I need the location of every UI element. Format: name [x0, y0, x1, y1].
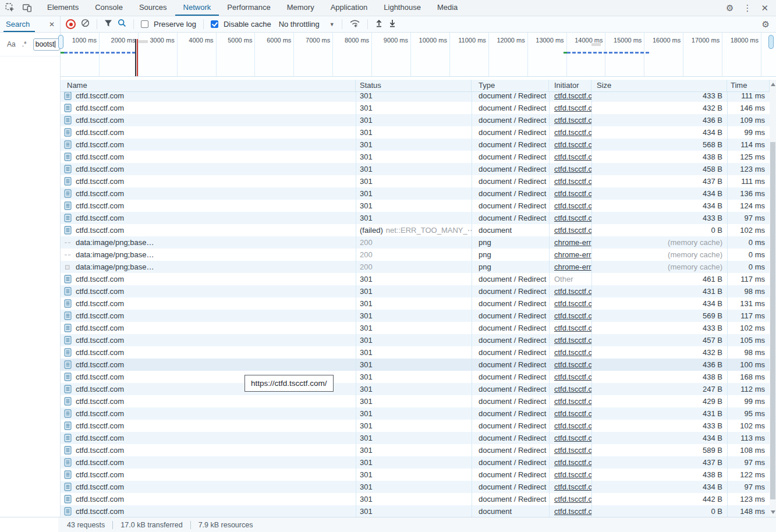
tab-lighthouse[interactable]: Lighthouse: [375, 0, 429, 16]
initiator-link[interactable]: ctfd.tscctf.c: [554, 348, 591, 357]
request-row[interactable]: ctfd.tscctf.com301document / Redirectctf…: [61, 310, 770, 322]
tab-performance[interactable]: Performance: [219, 0, 278, 16]
initiator-link[interactable]: ctfd.tscctf.c: [554, 373, 591, 381]
search-magnifier-icon[interactable]: [118, 19, 126, 30]
overview-right-handle[interactable]: [768, 35, 774, 49]
initiator-link[interactable]: ctfd.tscctf.c: [554, 311, 591, 320]
column-header-size[interactable]: Size: [591, 80, 727, 91]
preserve-log-label[interactable]: Preserve log: [154, 20, 196, 29]
request-row[interactable]: ctfd.tscctf.com(failed)net::ERR_TOO_MANY…: [61, 224, 770, 236]
close-devtools-icon[interactable]: ✕: [761, 3, 768, 12]
preserve-log-checkbox[interactable]: [141, 20, 148, 28]
initiator-link[interactable]: ctfd.tscctf.c: [554, 409, 591, 418]
request-row[interactable]: ctfd.tscctf.com301document / Redirectctf…: [61, 175, 770, 187]
initiator-link[interactable]: ctfd.tscctf.c: [554, 483, 591, 491]
request-row[interactable]: ctfd.tscctf.com301document / Redirectctf…: [61, 322, 770, 334]
column-header-time[interactable]: Time: [727, 80, 770, 91]
inspect-cursor-icon[interactable]: [5, 3, 15, 13]
tab-memory[interactable]: Memory: [279, 0, 323, 16]
initiator-link[interactable]: ctfd.tscctf.c: [554, 421, 591, 430]
request-row[interactable]: ctfd.tscctf.com301document / Redirectctf…: [61, 212, 770, 224]
initiator-link[interactable]: ctfd.tscctf.c: [554, 140, 591, 149]
initiator-link[interactable]: ctfd.tscctf.c: [554, 324, 591, 332]
request-row[interactable]: ctfd.tscctf.com301document / Redirectctf…: [61, 334, 770, 346]
initiator-link[interactable]: ctfd.tscctf.c: [554, 128, 591, 137]
initiator-link[interactable]: ctfd.tscctf.c: [554, 177, 591, 186]
initiator-link[interactable]: ctfd.tscctf.c: [554, 458, 591, 467]
initiator-link[interactable]: ctfd.tscctf.c: [554, 287, 591, 296]
match-case-toggle[interactable]: Aa: [7, 40, 16, 48]
initiator-link[interactable]: ctfd.tscctf.c: [554, 470, 591, 479]
initiator-link[interactable]: chrome-err: [554, 238, 591, 247]
settings-gear-icon[interactable]: ⚙: [726, 3, 734, 12]
request-row[interactable]: ctfd.tscctf.com301document / Redirectctf…: [61, 493, 770, 505]
request-row[interactable]: ctfd.tscctf.com301documentctfd.tscctf.c0…: [61, 505, 770, 517]
kebab-menu-icon[interactable]: ⋮: [743, 3, 752, 12]
request-row[interactable]: ctfd.tscctf.com301document / Redirectctf…: [61, 297, 770, 310]
tab-console[interactable]: Console: [87, 0, 131, 16]
request-row[interactable]: ctfd.tscctf.com301document / Redirectctf…: [61, 151, 770, 163]
clear-network-log-icon[interactable]: [81, 19, 90, 30]
initiator-link[interactable]: ctfd.tscctf.c: [554, 446, 591, 455]
initiator-link[interactable]: ctfd.tscctf.c: [554, 189, 591, 198]
request-row[interactable]: ctfd.tscctf.com301document / Redirectctf…: [61, 371, 770, 383]
close-search-icon[interactable]: ✕: [49, 20, 55, 29]
request-row[interactable]: ctfd.tscctf.com301document / Redirectctf…: [61, 92, 770, 102]
throttling-select[interactable]: No throttling: [279, 20, 320, 29]
scroll-down-arrow-icon[interactable]: [771, 510, 775, 514]
initiator-link[interactable]: ctfd.tscctf.c: [554, 397, 591, 406]
disable-cache-label[interactable]: Disable cache: [224, 20, 271, 29]
record-network-log-icon[interactable]: [66, 19, 76, 29]
import-har-icon[interactable]: [375, 19, 383, 30]
request-row[interactable]: ctfd.tscctf.com301document / Redirectctf…: [61, 407, 770, 420]
request-row[interactable]: data:image/png;base…200pngchrome-err(mem…: [61, 236, 770, 249]
request-row[interactable]: ctfd.tscctf.com301document / Redirectctf…: [61, 187, 770, 200]
chevron-down-icon[interactable]: ▼: [329, 22, 335, 27]
search-input[interactable]: bootst: [33, 38, 60, 51]
network-settings-gear-icon[interactable]: ⚙: [762, 20, 770, 29]
request-row[interactable]: ctfd.tscctf.com301document / Redirectctf…: [61, 359, 770, 371]
export-har-icon[interactable]: [388, 19, 396, 30]
regex-toggle[interactable]: .*: [22, 40, 27, 48]
request-row[interactable]: ctfd.tscctf.com301document / Redirectctf…: [61, 469, 770, 481]
request-row[interactable]: ctfd.tscctf.com301document / Redirectctf…: [61, 102, 770, 114]
initiator-link[interactable]: ctfd.tscctf.c: [554, 336, 591, 345]
disable-cache-checkbox[interactable]: [211, 20, 218, 28]
search-drawer-tab[interactable]: Search ✕: [0, 16, 61, 32]
request-row[interactable]: ctfd.tscctf.com301document / Redirectctf…: [61, 395, 770, 407]
initiator-link[interactable]: ctfd.tscctf.c: [554, 434, 591, 442]
network-overview-timeline[interactable]: 1000 ms2000 ms3000 ms4000 ms5000 ms6000 …: [61, 33, 776, 77]
tab-media[interactable]: Media: [429, 0, 466, 16]
tab-application[interactable]: Application: [323, 0, 376, 16]
scroll-up-arrow-icon[interactable]: [771, 83, 775, 86]
request-row[interactable]: ctfd.tscctf.com301document / Redirectctf…: [61, 481, 770, 493]
request-row[interactable]: ctfd.tscctf.com301document / Redirectctf…: [61, 420, 770, 432]
initiator-link[interactable]: ctfd.tscctf.c: [554, 152, 591, 161]
initiator-link[interactable]: ctfd.tscctf.c: [554, 116, 591, 125]
initiator-link[interactable]: ctfd.tscctf.c: [554, 92, 591, 100]
initiator-link[interactable]: ctfd.tscctf.c: [554, 507, 591, 516]
column-header-name[interactable]: Name: [61, 80, 356, 91]
request-row[interactable]: data:image/png;base…200pngchrome-err(mem…: [61, 249, 770, 261]
initiator-link[interactable]: chrome-err: [554, 250, 591, 259]
scrollbar-thumb[interactable]: [770, 142, 775, 499]
request-row[interactable]: ctfd.tscctf.com301document / Redirectctf…: [61, 456, 770, 469]
overview-left-handle[interactable]: [58, 35, 63, 49]
request-row[interactable]: ctfd.tscctf.com301document / Redirectctf…: [61, 200, 770, 212]
network-conditions-icon[interactable]: [349, 19, 360, 30]
column-header-status[interactable]: Status: [356, 80, 472, 91]
initiator-link[interactable]: ctfd.tscctf.c: [554, 299, 591, 308]
request-row[interactable]: ctfd.tscctf.com301document / Redirectctf…: [61, 163, 770, 175]
tab-elements[interactable]: Elements: [39, 0, 87, 16]
request-row[interactable]: ctfd.tscctf.com301document / Redirectctf…: [61, 444, 770, 456]
column-header-initiator[interactable]: Initiator: [549, 80, 591, 91]
tab-sources[interactable]: Sources: [131, 0, 175, 16]
request-row[interactable]: data:image/png;base…200pngchrome-err(mem…: [61, 261, 770, 273]
request-row[interactable]: ctfd.tscctf.com301document / Redirectctf…: [61, 114, 770, 126]
initiator-link[interactable]: ctfd.tscctf.c: [554, 495, 591, 503]
initiator-link[interactable]: chrome-err: [554, 263, 591, 271]
request-row[interactable]: ctfd.tscctf.com301document / Redirectctf…: [61, 432, 770, 444]
vertical-scrollbar[interactable]: [770, 80, 776, 517]
request-row[interactable]: ctfd.tscctf.com301document / Redirectctf…: [61, 139, 770, 151]
initiator-link[interactable]: ctfd.tscctf.c: [554, 165, 591, 173]
